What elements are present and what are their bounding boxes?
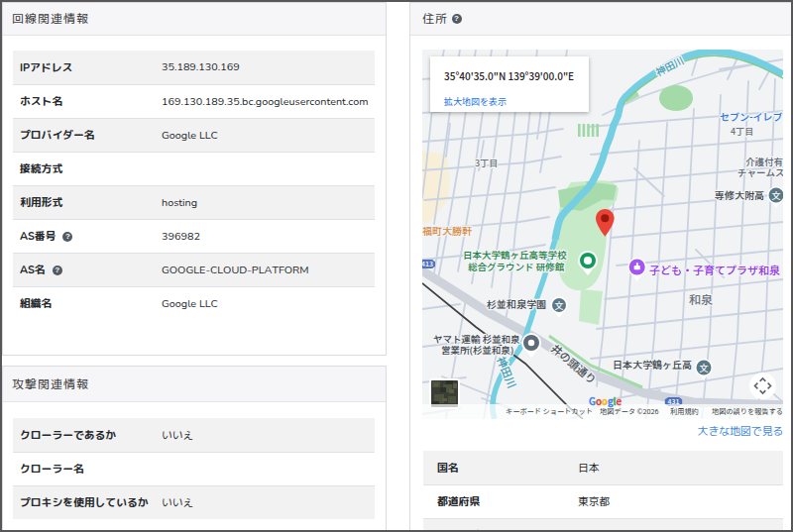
- svg-text:営業所(杉並和泉): 営業所(杉並和泉): [441, 343, 513, 357]
- svg-text:杉並和泉学園: 杉並和泉学園: [487, 296, 546, 311]
- svg-text:4丁目: 4丁目: [731, 125, 753, 138]
- svg-text:3丁目: 3丁目: [475, 157, 498, 169]
- svg-text:キーボード ショートカット: キーボード ショートカット: [506, 406, 593, 416]
- svg-text:福町大勝軒: 福町大勝軒: [422, 223, 472, 238]
- svg-text:利用規約: 利用規約: [670, 406, 699, 416]
- svg-text:総合グラウンド 研修館: 総合グラウンド 研修館: [468, 260, 565, 273]
- svg-text:和泉: 和泉: [689, 290, 713, 307]
- svg-text:413: 413: [422, 259, 433, 268]
- svg-text:文: 文: [699, 362, 708, 374]
- svg-text:文: 文: [554, 299, 563, 312]
- svg-text:チャームス: チャームス: [737, 165, 783, 179]
- svg-text:拡大地図を表示: 拡大地図を表示: [444, 95, 507, 108]
- svg-text:地図の誤りを報告する: 地図の誤りを報告する: [712, 406, 783, 416]
- svg-text:地図データ ©2026: 地図データ ©2026: [600, 406, 659, 416]
- svg-text:専修大附高: 専修大附高: [715, 187, 764, 202]
- svg-text:子ども・子育てプラザ和泉: 子ども・子育てプラザ和泉: [649, 262, 780, 277]
- svg-text:文: 文: [771, 189, 780, 202]
- svg-text:35°40'35.0"N 139°39'00.0"E: 35°40'35.0"N 139°39'00.0"E: [444, 68, 574, 83]
- svg-text:日本大学鶴ヶ丘高: 日本大学鶴ヶ丘高: [613, 357, 692, 372]
- svg-text:セブン-イレブン: セブン-イレブン: [720, 109, 783, 124]
- svg-text:Google: Google: [589, 394, 623, 408]
